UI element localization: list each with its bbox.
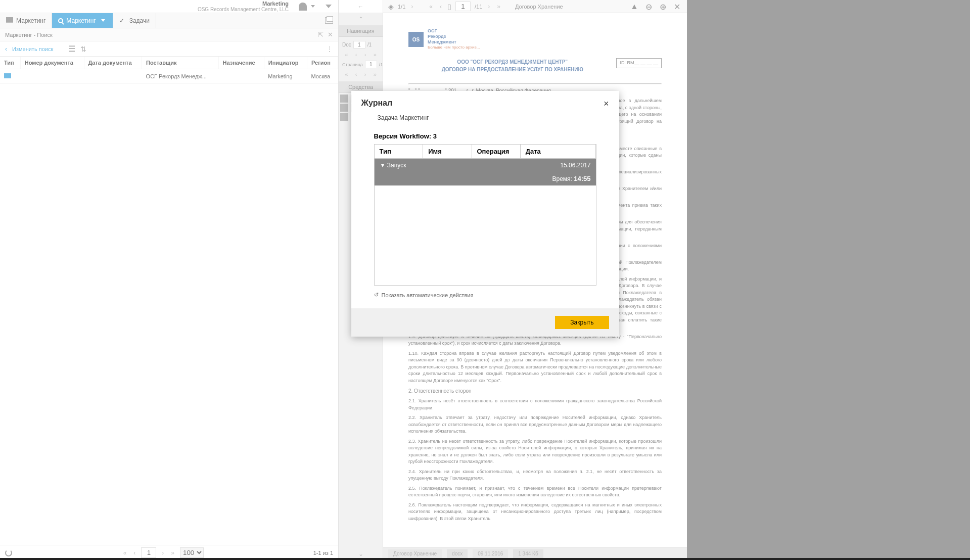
modal-subtitle: Задача Маркетинг (351, 114, 619, 127)
modal-close-icon[interactable]: × (604, 99, 609, 109)
journal-table: Тип Имя Операция Дата (375, 145, 596, 159)
col-date: Дата (520, 145, 595, 159)
taskbar (0, 558, 970, 560)
collapse-toggle-icon[interactable]: ▾ (380, 162, 386, 169)
workflow-version: Версия Workflow: 3 (374, 132, 596, 140)
show-auto-actions-link[interactable]: ↺ Показать автоматические действия (374, 286, 596, 298)
journal-row[interactable]: ▾ Запуск 15.06.2017 (375, 159, 596, 172)
modal-title: Журнал (361, 99, 393, 108)
history-icon: ↺ (374, 292, 379, 298)
close-button[interactable]: Закрыть (555, 316, 609, 329)
col-name: Имя (423, 145, 472, 159)
col-operation: Операция (472, 145, 520, 159)
col-type: Тип (375, 145, 423, 159)
modal-overlay: Журнал × Задача Маркетинг Версия Workflo… (0, 0, 970, 560)
journal-modal: Журнал × Задача Маркетинг Версия Workflo… (351, 91, 619, 337)
journal-row-time: Время: 14:55 (375, 172, 596, 185)
